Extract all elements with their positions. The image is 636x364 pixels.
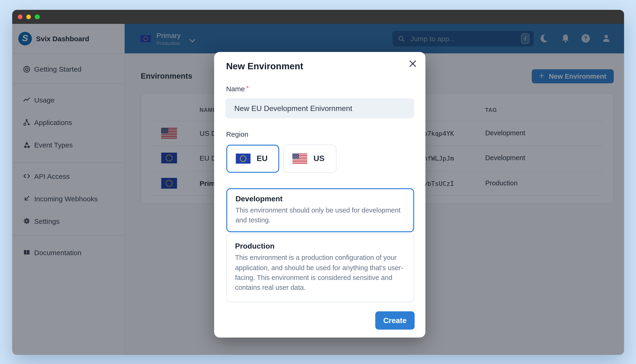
minimize-window-button[interactable] [26,14,31,19]
create-button[interactable]: Create [375,311,414,330]
environment-type-production[interactable]: Production This environment is a product… [226,234,414,303]
type-title: Development [235,195,405,203]
desc-line: facing. This environment is considered s… [235,273,405,283]
desc-line: contains real user data. [235,283,405,293]
region-option-us[interactable]: US [283,145,336,173]
desktop: S Svix Dashboard Getting Started [0,0,636,364]
desc-line: This environment should only be used for… [235,206,405,216]
region-code: EU [257,154,268,164]
desc-line: and testing. [235,215,405,226]
type-title: Production [235,242,405,251]
eu-flag-icon [235,154,250,164]
required-asterisk: * [246,84,249,92]
modal-title: New Environment [226,61,303,72]
window-titlebar [12,10,624,24]
name-label-text: Name [226,85,245,93]
name-input[interactable] [225,98,414,118]
app-window: S Svix Dashboard Getting Started [12,10,624,355]
environment-type-development[interactable]: Development This environment should only… [226,188,414,232]
close-window-button[interactable] [18,14,23,19]
close-icon[interactable] [408,59,417,68]
us-flag-icon [292,154,307,164]
type-description: This environment should only be used for… [235,206,405,226]
desc-line: application, and should be used for anyt… [235,263,405,273]
create-button-label: Create [383,316,407,325]
region-label: Region [226,130,248,138]
new-environment-modal: New Environment Name* Region EU US Devel… [214,52,425,338]
zoom-window-button[interactable] [35,14,40,19]
desc-line: This environment is a production configu… [235,253,405,263]
name-field-label: Name* [226,84,249,93]
region-option-eu[interactable]: EU [226,145,279,173]
type-description: This environment is a production configu… [235,253,405,293]
region-code: US [313,154,324,164]
